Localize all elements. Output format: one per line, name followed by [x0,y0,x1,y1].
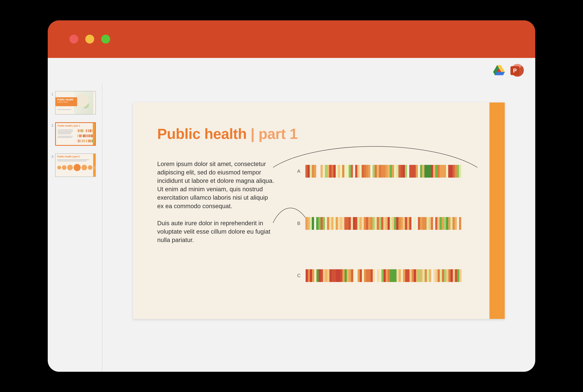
workspace: 1 Public Health eating habits 2 Public h… [48,84,535,372]
thumbnail-panel: 1 Public Health eating habits 2 Public h… [48,84,102,372]
thumbnail-item[interactable]: 2 Public health | part 1 [50,122,98,146]
slide-paragraph: Lorem ipsum dolor sit amet, consectetur … [157,160,274,210]
data-row: C [297,269,462,282]
minimize-icon[interactable] [85,35,94,44]
barcode-chart [305,217,461,230]
slide-stage: Public health | part 1 Lorem ipsum dolor… [102,84,535,372]
thumbnail-preview: Public health | part 1 [55,122,96,146]
thumbnail-subtitle: eating habits [57,101,77,103]
barcode-chart [306,269,462,282]
row-label: A [297,168,300,174]
titlebar [48,20,535,58]
toolbar: P [48,58,535,84]
data-row: B [297,217,461,230]
slide-title: Public health | part 1 [157,126,298,142]
thumbnail-title: Public health | part 2 [57,155,80,158]
thumbnail-title: Public health | part 1 [58,124,80,127]
close-icon[interactable] [69,35,78,44]
thumbnail-preview: Public health | part 2 [55,154,96,177]
thumbnail-number: 2 [50,122,53,128]
row-label: C [297,273,301,278]
thumbnail-number: 3 [50,154,53,159]
barcode-chart [305,165,461,178]
google-drive-icon[interactable] [493,64,505,77]
row-label: B [297,221,300,226]
slide-paragraph: Duis aute irure dolor in reprehenderit i… [157,219,274,244]
accent-bar [490,102,505,319]
app-window: P 1 Public Health eating habits 2 [48,20,535,372]
data-row: A [297,165,461,178]
slide[interactable]: Public health | part 1 Lorem ipsum dolor… [133,102,505,319]
thumbnail-preview: Public Health eating habits [55,91,96,114]
thumbnail-item[interactable]: 1 Public Health eating habits [50,91,98,114]
thumbnail-item[interactable]: 3 Public health | part 2 [50,154,98,177]
maximize-icon[interactable] [101,35,110,44]
powerpoint-icon[interactable]: P [511,64,524,77]
thumbnail-number: 1 [50,91,53,96]
thumbnail-title: Public Health [57,98,77,101]
